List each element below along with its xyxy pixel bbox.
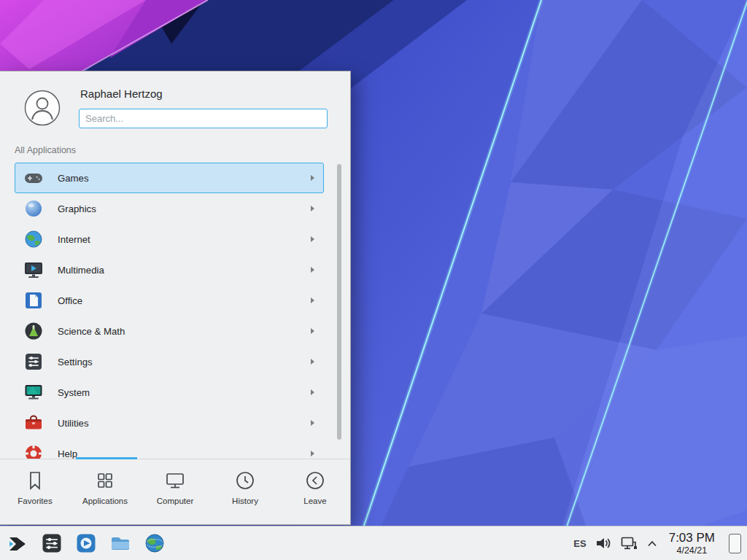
network-button[interactable]: [621, 536, 638, 551]
chevron-right-icon: [311, 389, 314, 395]
chevron-right-icon: [311, 206, 314, 211]
category-settings[interactable]: Settings: [15, 346, 324, 377]
category-list: Games Graphics: [0, 163, 350, 459]
tab-applications[interactable]: Applications: [70, 459, 140, 524]
user-name: Raphael Hertzog: [80, 88, 163, 100]
show-desktop-button[interactable]: [729, 534, 741, 553]
category-graphics[interactable]: Graphics: [15, 193, 324, 224]
category-games[interactable]: Games: [15, 163, 324, 193]
settings-toggles-icon: [24, 352, 43, 371]
section-label: All Applications: [15, 145, 76, 155]
software-center-button[interactable]: [74, 532, 97, 555]
volume-icon: [596, 536, 611, 551]
globe-icon: [24, 230, 43, 249]
search-input[interactable]: [79, 109, 328, 128]
leave-circle-icon: [304, 470, 326, 491]
clock-date: 4/24/21: [669, 545, 715, 556]
office-document-icon: [24, 291, 43, 310]
tab-label: Favorites: [18, 497, 52, 505]
category-label: Utilities: [58, 418, 89, 429]
taskbar-panel: ES 7:03 PM 4/24/21: [0, 526, 747, 560]
volume-button[interactable]: [596, 536, 611, 551]
settings-toggles-icon: [41, 532, 63, 554]
app-menu-launcher-button[interactable]: [6, 532, 28, 555]
category-label: Multimedia: [58, 265, 104, 276]
kde-app-menu-icon: [7, 532, 28, 554]
network-monitor-icon: [621, 536, 638, 551]
chevron-right-icon: [311, 267, 314, 273]
file-manager-button[interactable]: [109, 532, 131, 555]
chevron-right-icon: [311, 420, 314, 426]
category-multimedia[interactable]: Multimedia: [15, 254, 324, 285]
software-center-icon: [75, 532, 97, 554]
expand-caret-up-icon: [647, 540, 657, 547]
file-manager-folder-icon: [109, 532, 131, 554]
category-label: Internet: [58, 234, 90, 245]
chevron-right-icon: [311, 236, 314, 242]
application-launcher-menu: Raphael Hertzog All Applications Games: [0, 71, 351, 525]
category-label: System: [58, 387, 90, 398]
active-tab-indicator: [76, 457, 137, 459]
tab-computer[interactable]: Computer: [140, 459, 210, 524]
list-scrollbar[interactable]: [337, 164, 341, 440]
tab-label: History: [232, 497, 258, 505]
chevron-right-icon: [311, 328, 314, 334]
web-browser-button[interactable]: [143, 532, 166, 555]
category-help[interactable]: Help: [15, 438, 324, 459]
tab-favorites[interactable]: Favorites: [0, 459, 70, 524]
user-avatar-icon[interactable]: [24, 90, 61, 126]
monitor-icon: [164, 470, 186, 491]
graphics-sphere-icon: [24, 199, 43, 218]
science-flask-icon: [24, 322, 43, 341]
category-utilities[interactable]: Utilities: [15, 408, 324, 438]
tab-history[interactable]: History: [210, 459, 280, 524]
clock-icon: [234, 470, 256, 491]
keyboard-layout-indicator[interactable]: ES: [573, 538, 586, 549]
system-monitor-icon: [24, 383, 43, 402]
multimedia-monitor-icon: [24, 260, 43, 279]
chevron-right-icon: [311, 298, 314, 303]
chevron-right-icon: [311, 175, 314, 181]
category-label: Settings: [58, 357, 93, 368]
chevron-right-icon: [311, 451, 314, 456]
launcher-footer-tabs: Favorites Applications Computer: [0, 459, 350, 524]
web-browser-globe-icon: [144, 532, 166, 554]
category-label: Games: [58, 173, 89, 184]
launcher-header: Raphael Hertzog: [0, 71, 350, 136]
help-lifebuoy-icon: [24, 444, 43, 459]
clock-time: 7:03 PM: [669, 531, 715, 545]
category-science-math[interactable]: Science & Math: [15, 316, 324, 346]
category-label: Office: [58, 295, 82, 306]
utilities-toolbox-icon: [24, 413, 43, 432]
bookmark-icon: [24, 470, 46, 491]
tab-label: Applications: [82, 497, 128, 505]
digital-clock[interactable]: 7:03 PM 4/24/21: [669, 531, 715, 555]
settings-app-button[interactable]: [40, 532, 63, 555]
category-label: Help: [58, 448, 77, 459]
category-office[interactable]: Office: [15, 285, 324, 316]
category-internet[interactable]: Internet: [15, 224, 324, 254]
tab-label: Computer: [157, 497, 194, 505]
gamepad-icon: [24, 168, 43, 187]
tab-label: Leave: [303, 497, 326, 505]
category-label: Graphics: [58, 203, 96, 214]
category-system[interactable]: System: [15, 377, 324, 408]
system-tray: ES 7:03 PM 4/24/21: [573, 531, 741, 555]
category-label: Science & Math: [58, 326, 125, 337]
tab-leave[interactable]: Leave: [280, 459, 350, 524]
tray-expander-button[interactable]: [647, 540, 657, 547]
chevron-right-icon: [311, 359, 314, 365]
app-grid-icon: [94, 470, 116, 491]
